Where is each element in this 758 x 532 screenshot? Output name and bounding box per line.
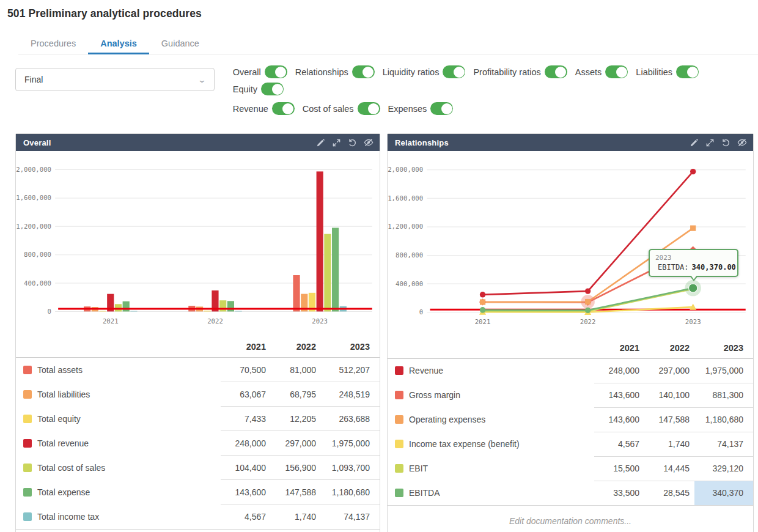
toggle-relationships[interactable] bbox=[352, 65, 375, 78]
toggle-liquidity-ratios[interactable] bbox=[443, 65, 465, 78]
toggle-revenue[interactable] bbox=[272, 102, 295, 115]
tab-procedures[interactable]: Procedures bbox=[18, 34, 88, 54]
value-cell-2021[interactable]: 248,000 bbox=[594, 358, 644, 383]
value-cell-2022[interactable]: 1,740 bbox=[271, 504, 321, 529]
bar-total-equity[interactable] bbox=[99, 311, 106, 312]
value-cell-2022[interactable]: 147,588 bbox=[644, 407, 694, 432]
value-cell-2023[interactable]: 263,688 bbox=[321, 407, 380, 431]
value-cell-2022[interactable]: 1,740 bbox=[644, 432, 694, 456]
toggle-liabilities[interactable] bbox=[676, 65, 699, 78]
toggle-profitability-ratios[interactable] bbox=[545, 65, 567, 78]
point-ebitda[interactable] bbox=[480, 307, 485, 312]
value-cell-2021[interactable]: 15,500 bbox=[594, 456, 644, 481]
emphasized-point[interactable] bbox=[689, 284, 697, 292]
table-header-row: 202120222023 bbox=[388, 337, 753, 359]
value-cell-2021[interactable]: 7,433 bbox=[221, 407, 271, 431]
value-cell-2021[interactable]: 63,067 bbox=[221, 382, 271, 407]
row-label: Total expense bbox=[37, 487, 90, 497]
value-cell-2023[interactable]: 74,137 bbox=[694, 432, 753, 456]
reset-icon[interactable] bbox=[348, 138, 357, 147]
value-cell-2022[interactable]: 14,445 bbox=[644, 456, 694, 481]
overall-table: 202120222023 Total assets70,50081,000512… bbox=[16, 336, 380, 529]
value-cell-2021[interactable]: 104,400 bbox=[221, 456, 271, 480]
overall-chart[interactable]: 0400,000800,0001,200,0001,600,0002,000,0… bbox=[16, 151, 380, 334]
expand-icon[interactable] bbox=[332, 138, 341, 147]
value-cell-2021[interactable]: 70,500 bbox=[221, 358, 271, 382]
tab-analysis[interactable]: Analysis bbox=[88, 34, 149, 54]
row-label: Total equity bbox=[37, 414, 81, 424]
bar-total-income-tax[interactable] bbox=[130, 311, 137, 312]
toggle-item-liabilities: Liabilities bbox=[636, 65, 699, 78]
bar-total-cost-of-sales[interactable] bbox=[324, 234, 331, 312]
value-cell-2022[interactable]: 297,000 bbox=[644, 358, 694, 383]
value-cell-2023[interactable]: 1,180,680 bbox=[694, 407, 753, 432]
toggle-overall[interactable] bbox=[265, 65, 287, 78]
point-revenue[interactable] bbox=[585, 288, 591, 294]
hide-icon[interactable] bbox=[364, 138, 373, 147]
relationships-line-chart-svg[interactable]: 0400,000800,0001,200,0001,600,0002,000,0… bbox=[388, 151, 753, 336]
value-cell-2022[interactable]: 140,100 bbox=[644, 383, 694, 407]
toggle-cost-of-sales[interactable] bbox=[358, 102, 380, 115]
bar-total-expense[interactable] bbox=[123, 301, 130, 312]
bar-total-expense[interactable] bbox=[332, 228, 339, 312]
value-cell-2023[interactable]: 1,180,680 bbox=[321, 480, 380, 504]
bar-total-revenue[interactable] bbox=[317, 171, 323, 311]
value-cell-2021[interactable]: 4,567 bbox=[594, 432, 644, 456]
toggle-item-assets: Assets bbox=[575, 65, 628, 78]
column-header-2022: 2022 bbox=[271, 336, 321, 358]
tab-guidance[interactable]: Guidance bbox=[149, 34, 212, 54]
value-cell-2022[interactable]: 28,545 bbox=[644, 481, 694, 505]
point-operating-expenses[interactable] bbox=[585, 299, 591, 305]
hide-icon[interactable] bbox=[737, 138, 747, 147]
edit-icon[interactable] bbox=[690, 138, 699, 147]
point-revenue[interactable] bbox=[480, 292, 485, 297]
bar-total-expense[interactable] bbox=[227, 301, 234, 311]
table-row-ebitda: EBITDA33,50028,545340,370 bbox=[388, 481, 753, 505]
version-select[interactable]: Final ⌄ bbox=[15, 68, 215, 91]
value-cell-2022[interactable]: 68,795 bbox=[271, 382, 321, 407]
row-label: EBIT bbox=[409, 464, 428, 473]
toggle-expenses[interactable] bbox=[430, 102, 453, 115]
toggle-label: Expenses bbox=[388, 104, 427, 114]
bar-total-assets[interactable] bbox=[293, 275, 300, 311]
documentation-comments-input[interactable]: Edit documentation comments... bbox=[388, 505, 753, 532]
toggle-assets[interactable] bbox=[605, 65, 628, 78]
bar-total-cost-of-sales[interactable] bbox=[115, 304, 122, 311]
documentation-comments-input[interactable]: Edit documentation comments... bbox=[16, 529, 380, 532]
toggle-knob bbox=[272, 84, 283, 95]
edit-icon[interactable] bbox=[316, 138, 325, 147]
toggle-equity[interactable] bbox=[261, 83, 284, 95]
value-cell-2022[interactable]: 12,205 bbox=[271, 407, 321, 431]
point-ebitda[interactable] bbox=[585, 308, 591, 313]
value-cell-2021[interactable]: 33,500 bbox=[594, 481, 644, 505]
bar-total-equity[interactable] bbox=[204, 311, 211, 311]
value-cell-2022[interactable]: 156,900 bbox=[271, 456, 321, 480]
point-operating-expenses[interactable] bbox=[480, 299, 485, 305]
value-cell-2023[interactable]: 1,975,000 bbox=[694, 358, 753, 383]
reset-icon[interactable] bbox=[721, 138, 730, 147]
value-cell-2021[interactable]: 143,600 bbox=[221, 480, 271, 504]
value-cell-2023[interactable]: 74,137 bbox=[321, 504, 380, 529]
value-cell-2023[interactable]: 340,370 bbox=[694, 481, 753, 505]
bar-total-cost-of-sales[interactable] bbox=[219, 300, 226, 311]
value-cell-2022[interactable]: 81,000 bbox=[271, 358, 321, 382]
value-cell-2022[interactable]: 297,000 bbox=[271, 431, 321, 456]
value-cell-2021[interactable]: 143,600 bbox=[594, 383, 644, 407]
value-cell-2021[interactable]: 4,567 bbox=[221, 504, 271, 529]
value-cell-2023[interactable]: 329,120 bbox=[694, 456, 753, 481]
overall-bar-chart-svg[interactable]: 0400,000800,0001,200,0001,600,0002,000,0… bbox=[16, 151, 380, 334]
point-revenue[interactable] bbox=[690, 169, 696, 174]
expand-icon[interactable] bbox=[705, 138, 715, 147]
value-cell-2023[interactable]: 881,300 bbox=[694, 383, 753, 407]
value-cell-2023[interactable]: 1,975,000 bbox=[321, 431, 380, 456]
value-cell-2022[interactable]: 147,588 bbox=[271, 480, 321, 504]
value-cell-2023[interactable]: 248,519 bbox=[321, 382, 380, 407]
relationships-chart[interactable]: 0400,000800,0001,200,0001,600,0002,000,0… bbox=[388, 151, 753, 336]
value-cell-2023[interactable]: 1,093,700 bbox=[321, 456, 380, 480]
value-cell-2021[interactable]: 143,600 bbox=[594, 407, 644, 432]
value-cell-2021[interactable]: 248,000 bbox=[221, 431, 271, 456]
bar-total-income-tax[interactable] bbox=[235, 311, 242, 312]
point-operating-expenses[interactable] bbox=[690, 226, 696, 231]
y-axis-tick: 400,000 bbox=[24, 279, 51, 287]
value-cell-2023[interactable]: 512,207 bbox=[321, 358, 380, 382]
